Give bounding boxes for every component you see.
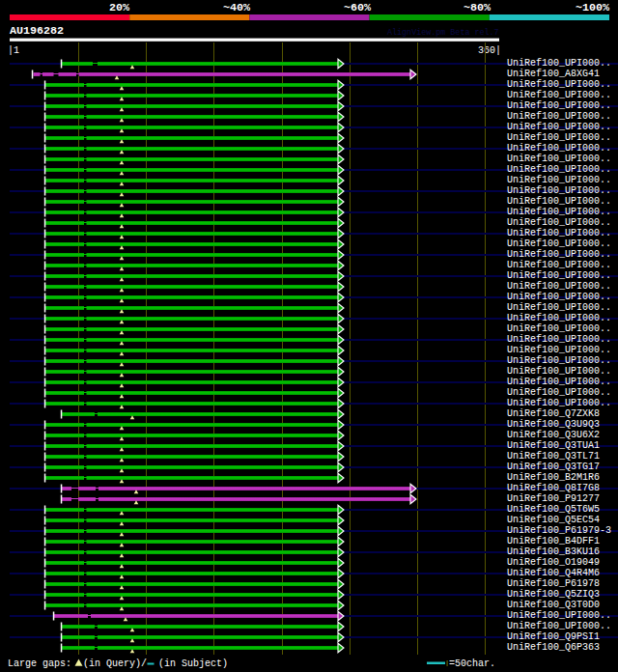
svg-text:UniRef100_UPI000..: UniRef100_UPI000.. (507, 249, 611, 260)
svg-text:UniRef100_B3KU16: UniRef100_B3KU16 (507, 546, 600, 557)
svg-text:UniRef100_Q3U6X2: UniRef100_Q3U6X2 (507, 430, 600, 440)
svg-text:UniRef100_UPI000..: UniRef100_UPI000.. (507, 143, 611, 154)
svg-text:(in Query)/: (in Query)/ (83, 658, 147, 669)
svg-text:UniRef100_UPI000..: UniRef100_UPI000.. (507, 377, 611, 387)
svg-text:UniRef100_UPI000..: UniRef100_UPI000.. (507, 281, 611, 292)
svg-text:UniRef100_UPI000..: UniRef100_UPI000.. (507, 207, 611, 217)
svg-text:UniRef100_Q3TUA1: UniRef100_Q3TUA1 (507, 440, 600, 451)
svg-text:UniRef100_UPI000..: UniRef100_UPI000.. (507, 366, 611, 377)
svg-text:UniRef100_UPI000..: UniRef100_UPI000.. (507, 302, 611, 313)
svg-text:UniRef100_UPI000..: UniRef100_UPI000.. (507, 228, 611, 238)
svg-text:UniRef100_Q7ZXK8: UniRef100_Q7ZXK8 (507, 408, 600, 419)
svg-text:UniRef100_UPI000..: UniRef100_UPI000.. (507, 185, 611, 196)
svg-text:UniRef100_UPI000..: UniRef100_UPI000.. (507, 334, 611, 345)
svg-text:UniRef100_Q8I7G8: UniRef100_Q8I7G8 (507, 483, 600, 493)
svg-text:UniRef100_UPI000..: UniRef100_UPI000.. (507, 100, 611, 111)
svg-text:UniRef100_UPI000..: UniRef100_UPI000.. (507, 292, 611, 302)
svg-text:=50char.: =50char. (449, 658, 495, 669)
svg-text:UniRef100_P61979-3: UniRef100_P61979-3 (507, 525, 611, 536)
svg-text:UniRef100_Q6P363: UniRef100_Q6P363 (507, 642, 600, 653)
svg-text:UniRef100_P61978: UniRef100_P61978 (507, 578, 600, 589)
svg-text:UniRef100_UPI000..: UniRef100_UPI000.. (507, 175, 611, 185)
svg-text:UniRef100_B4DFF1: UniRef100_B4DFF1 (507, 536, 600, 546)
svg-text:(in Subject): (in Subject) (158, 658, 228, 669)
svg-text:20%: 20% (109, 1, 130, 14)
svg-text:UniRef100_Q5ZIQ3: UniRef100_Q5ZIQ3 (507, 589, 600, 600)
svg-text:UniRef100_UPI000..: UniRef100_UPI000.. (507, 164, 611, 175)
svg-text:UniRef100_Q4R4M6: UniRef100_Q4R4M6 (507, 568, 600, 578)
svg-text:Large gaps:: Large gaps: (8, 658, 71, 669)
svg-text:UniRef100_UPI000..: UniRef100_UPI000.. (507, 387, 611, 398)
svg-text:UniRef100_UPI000..: UniRef100_UPI000.. (507, 238, 611, 249)
svg-text:UniRef100_UPI000..: UniRef100_UPI000.. (507, 111, 611, 122)
svg-text:UniRef100_UPI000..: UniRef100_UPI000.. (507, 270, 611, 281)
svg-text:UniRef100_O19049: UniRef100_O19049 (507, 557, 600, 568)
svg-text:AU196282: AU196282 (10, 24, 64, 38)
svg-text:UniRef100_UPI000..: UniRef100_UPI000.. (507, 323, 611, 334)
svg-text:UniRef100_Q3TG17: UniRef100_Q3TG17 (507, 462, 600, 472)
svg-text:UniRef100_UPI000..: UniRef100_UPI000.. (507, 154, 611, 164)
svg-text:UniRef100_A8XG41: UniRef100_A8XG41 (507, 69, 600, 79)
svg-text:UniRef100_P91277: UniRef100_P91277 (507, 493, 600, 504)
svg-text:UniRef100_B2M1R6: UniRef100_B2M1R6 (507, 472, 600, 483)
svg-text:UniRef100_Q5EC54: UniRef100_Q5EC54 (507, 515, 600, 525)
svg-text:UniRef100_UPI000..: UniRef100_UPI000.. (507, 58, 611, 69)
svg-text:UniRef100_UPI000..: UniRef100_UPI000.. (507, 260, 611, 270)
svg-text:UniRef100_UPI000..: UniRef100_UPI000.. (507, 132, 611, 143)
svg-text:UniRef100_UPI000..: UniRef100_UPI000.. (507, 345, 611, 355)
svg-text:~40%: ~40% (223, 1, 251, 14)
svg-text:~100%: ~100% (576, 1, 610, 14)
svg-text:UniRef100_UPI000..: UniRef100_UPI000.. (507, 621, 611, 631)
svg-text:|1: |1 (8, 45, 19, 56)
svg-text:UniRef100_UPI000..: UniRef100_UPI000.. (507, 313, 611, 323)
svg-text:UniRef100_UPI000..: UniRef100_UPI000.. (507, 610, 611, 621)
svg-text:UniRef100_UPI000..: UniRef100_UPI000.. (507, 217, 611, 228)
svg-text:UniRef100_UPI000..: UniRef100_UPI000.. (507, 79, 611, 90)
svg-text:UniRef100_Q9PSI1: UniRef100_Q9PSI1 (507, 631, 600, 642)
svg-text:~80%: ~80% (464, 1, 492, 14)
svg-text:UniRef100_Q5T6W5: UniRef100_Q5T6W5 (507, 504, 600, 515)
svg-text:UniRef100_UPI000..: UniRef100_UPI000.. (507, 196, 611, 207)
svg-text:UniRef100_UPI000..: UniRef100_UPI000.. (507, 355, 611, 366)
svg-text:UniRef100_UPI000..: UniRef100_UPI000.. (507, 122, 611, 132)
svg-text:UniRef100_Q3TL71: UniRef100_Q3TL71 (507, 451, 600, 462)
svg-text:UniRef100_Q3U9Q3: UniRef100_Q3U9Q3 (507, 419, 600, 430)
svg-text:UniRef100_UPI000..: UniRef100_UPI000.. (507, 90, 611, 100)
svg-text:~60%: ~60% (344, 1, 372, 14)
svg-text:UniRef100_UPI000..: UniRef100_UPI000.. (507, 398, 611, 408)
svg-text:AlignView.pm Beta rel.7: AlignView.pm Beta rel.7 (387, 28, 499, 38)
svg-text:UniRef100_Q3T0D0: UniRef100_Q3T0D0 (507, 600, 600, 610)
svg-text:360|: 360| (478, 45, 501, 56)
